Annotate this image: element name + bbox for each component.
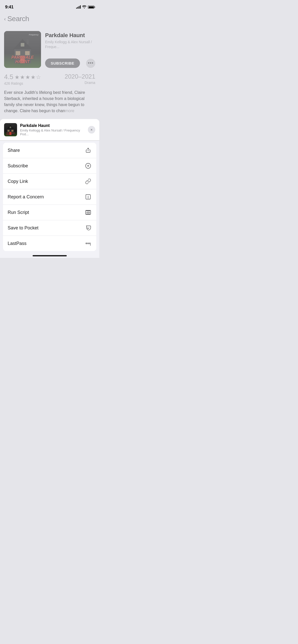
- wifi-icon: [82, 5, 86, 9]
- subscribe-icon: [85, 162, 92, 169]
- rating-right: 2020–2021 Drama: [65, 73, 95, 85]
- share-podcast-title: Parkdale Haunt: [20, 123, 88, 128]
- run-script-menu-item[interactable]: Run Script {}: [3, 205, 96, 220]
- svg-point-22: [86, 243, 87, 244]
- share-menu-item[interactable]: Share: [3, 143, 96, 158]
- battery-icon: [88, 6, 94, 9]
- save-pocket-item-label: Save to Pocket: [8, 225, 38, 231]
- save-pocket-menu-item[interactable]: Save to Pocket: [3, 220, 96, 236]
- rating-stars: ★★★★☆: [15, 74, 41, 80]
- link-icon: [85, 178, 92, 185]
- status-icons: [76, 5, 94, 9]
- svg-rect-6: [21, 43, 24, 47]
- share-podcast-author: Emily Kellogg & Alex Nursall / Frequency…: [20, 128, 88, 136]
- share-close-button[interactable]: ×: [88, 126, 95, 134]
- podcast-header: Frequency PARKDALEHAUNT Parkdale Haunt E…: [4, 31, 95, 68]
- desc-more-link[interactable]: more: [65, 109, 74, 113]
- podcast-title: Parkdale Haunt: [45, 32, 95, 39]
- podcast-info: Parkdale Haunt Emily Kellogg & Alex Nurs…: [45, 31, 95, 68]
- podcast-description: Ever since Judith's lifelong best friend…: [4, 90, 95, 114]
- svg-point-24: [89, 243, 90, 244]
- artwork-title-red: PARKDALEHAUNT: [10, 55, 35, 64]
- lastpass-menu-item[interactable]: LastPass: [3, 236, 96, 251]
- lastpass-item-label: LastPass: [8, 241, 26, 246]
- svg-point-23: [88, 243, 89, 244]
- rating-value: 4.5: [4, 73, 13, 81]
- svg-rect-3: [16, 51, 20, 55]
- run-script-item-label: Run Script: [8, 210, 29, 215]
- signal-icon: [76, 6, 81, 9]
- share-item-label: Share: [8, 148, 20, 153]
- subscribe-item-label: Subscribe: [8, 163, 28, 169]
- svg-text:{}: {}: [87, 211, 90, 214]
- script-icon: {}: [85, 209, 92, 216]
- more-options-button[interactable]: •••: [86, 59, 95, 68]
- share-menu-section: Share Subscribe Copy Link: [3, 143, 96, 251]
- rating-count: 426 Ratings: [4, 81, 41, 85]
- share-header-info: PARKDALEHAUNT Parkdale Haunt Emily Kello…: [4, 123, 88, 136]
- svg-point-19: [88, 198, 88, 198]
- ratings-row: 4.5 ★★★★☆ 426 Ratings 2020–2021 Drama: [4, 73, 95, 85]
- svg-rect-10: [8, 130, 9, 132]
- subscribe-button[interactable]: SUBSCRIBE: [45, 58, 80, 68]
- artwork-frequency-text: Frequency: [29, 34, 38, 36]
- main-content: Frequency PARKDALEHAUNT Parkdale Haunt E…: [0, 27, 99, 119]
- lastpass-icon: [85, 240, 92, 247]
- status-time: 9:41: [5, 5, 13, 10]
- svg-rect-11: [11, 130, 13, 132]
- subscribe-menu-item[interactable]: Subscribe: [3, 158, 96, 174]
- status-bar: 9:41: [0, 0, 99, 12]
- rating-left: 4.5 ★★★★☆ 426 Ratings: [4, 73, 41, 85]
- home-indicator-bar: [33, 255, 67, 256]
- report-concern-menu-item[interactable]: Report a Concern: [3, 189, 96, 205]
- rating-years: 2020–2021: [65, 73, 95, 80]
- copy-link-menu-item[interactable]: Copy Link: [3, 174, 96, 189]
- back-chevron-icon: ‹: [4, 16, 6, 22]
- podcast-author: Emily Kellogg & Alex Nursall / Freque...: [45, 40, 95, 49]
- report-icon: [85, 193, 92, 200]
- share-sheet-header: PARKDALEHAUNT Parkdale Haunt Emily Kello…: [0, 119, 99, 141]
- home-indicator: [0, 253, 99, 258]
- share-icon: [85, 147, 92, 154]
- share-podcast-text: Parkdale Haunt Emily Kellogg & Alex Nurs…: [20, 123, 88, 136]
- svg-rect-12: [12, 125, 13, 127]
- podcast-artwork: Frequency PARKDALEHAUNT: [4, 31, 41, 68]
- podcast-actions: SUBSCRIBE •••: [45, 58, 95, 68]
- copy-link-item-label: Copy Link: [8, 179, 28, 184]
- back-label: Search: [7, 15, 29, 23]
- rating-genre: Drama: [65, 81, 95, 85]
- svg-rect-4: [25, 51, 30, 55]
- report-item-label: Report a Concern: [8, 194, 44, 200]
- svg-rect-5: [26, 39, 29, 44]
- pocket-icon: [85, 224, 92, 231]
- svg-rect-13: [10, 127, 11, 128]
- share-sheet: PARKDALEHAUNT Parkdale Haunt Emily Kello…: [0, 119, 99, 258]
- back-nav[interactable]: ‹ Search: [0, 12, 99, 27]
- share-podcast-artwork: PARKDALEHAUNT: [4, 123, 17, 136]
